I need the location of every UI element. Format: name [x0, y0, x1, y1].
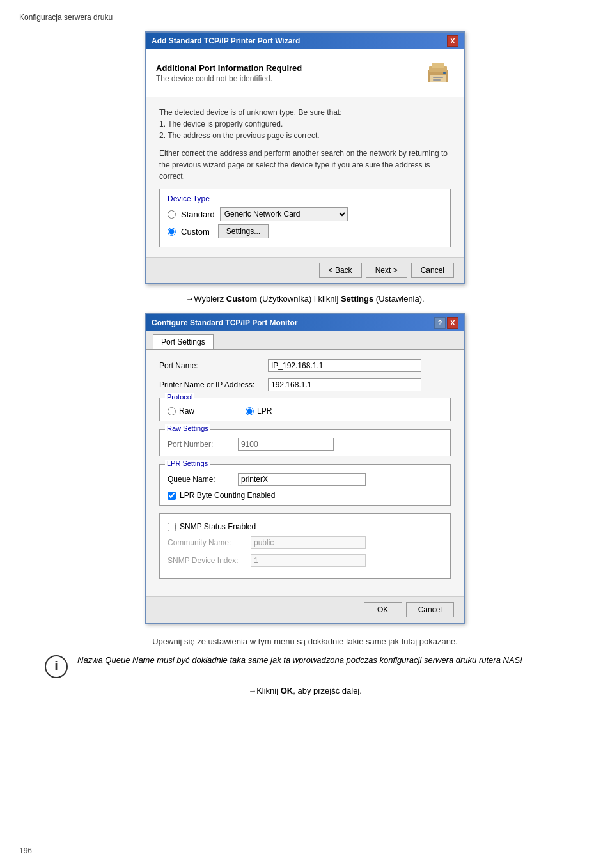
wizard-header-title: Additional Port Information Required: [156, 63, 302, 73]
printer-ip-label: Printer Name or IP Address:: [159, 380, 268, 389]
svg-text:i: i: [54, 659, 58, 673]
raw-settings-section: Raw Settings Port Number:: [159, 429, 451, 456]
device-type-section: Device Type Standard Generic Network Car…: [159, 189, 451, 247]
queue-name-label: Queue Name:: [168, 475, 238, 484]
snmp-status-label: SNMP Status Enabled: [180, 522, 256, 531]
printer-ip-input[interactable]: [268, 378, 421, 391]
wizard-dialog: Add Standard TCP/IP Printer Port Wizard …: [145, 31, 465, 284]
bottom-note: Upewnij się że ustawienia w tym menu są …: [19, 637, 591, 646]
configure-body: Port Name: Printer Name or IP Address: P…: [146, 350, 464, 596]
ok-button[interactable]: OK: [364, 602, 402, 617]
community-name-label: Community Name:: [168, 538, 251, 547]
custom-label: Custom: [181, 227, 210, 236]
configure-titlebar: Configure Standard TCP/IP Port Monitor ?…: [146, 314, 464, 331]
configure-dialog: Configure Standard TCP/IP Port Monitor ?…: [145, 313, 465, 624]
standard-radio-row: Standard Generic Network Card: [168, 207, 442, 221]
back-button[interactable]: < Back: [319, 263, 362, 278]
raw-option: Raw: [168, 407, 194, 415]
configure-close-button[interactable]: X: [447, 317, 458, 329]
community-name-input[interactable]: [251, 536, 366, 549]
lpr-radio[interactable]: [246, 407, 254, 415]
wizard-close-button[interactable]: X: [447, 35, 458, 47]
printer-ip-row: Printer Name or IP Address:: [159, 378, 451, 391]
page-number: 196: [19, 846, 32, 855]
wizard-titlebar: Add Standard TCP/IP Printer Port Wizard …: [146, 33, 464, 49]
svg-rect-5: [433, 79, 441, 81]
lpr-byte-checkbox[interactable]: [168, 492, 176, 500]
port-name-label: Port Name:: [159, 361, 268, 370]
lpr-label: LPR: [257, 407, 272, 415]
svg-rect-1: [430, 75, 446, 82]
community-name-row: Community Name:: [168, 536, 442, 549]
info-icon: i: [45, 655, 68, 678]
port-number-label: Port Number:: [168, 440, 238, 449]
settings-button[interactable]: Settings...: [218, 224, 269, 238]
port-name-row: Port Name:: [159, 359, 451, 372]
info-text: Nazwa Queue Name musi być dokładnie taka…: [77, 654, 522, 667]
info-box: i Nazwa Queue Name musi być dokładnie ta…: [45, 654, 565, 678]
queue-name-row: Queue Name:: [168, 473, 442, 486]
wizard-header-subtitle: The device could not be identified.: [156, 74, 302, 83]
standard-label: Standard: [181, 210, 215, 219]
snmp-index-row: SNMP Device Index:: [168, 554, 442, 567]
snmp-index-label: SNMP Device Index:: [168, 556, 251, 565]
snmp-status-row: SNMP Status Enabled: [168, 522, 442, 531]
raw-settings-label: Raw Settings: [165, 424, 210, 432]
page-label: Konfiguracja serwera druku: [19, 13, 591, 22]
configure-tabs: Port Settings: [146, 331, 464, 350]
custom-radio-row: Custom Settings...: [168, 224, 442, 238]
protocol-label: Protocol: [165, 393, 194, 401]
protocol-section: Protocol Raw LPR: [159, 398, 451, 421]
snmp-status-checkbox[interactable]: [168, 523, 176, 531]
standard-dropdown[interactable]: Generic Network Card: [220, 207, 348, 221]
wizard-footer: < Back Next > Cancel: [146, 257, 464, 283]
lpr-byte-label: LPR Byte Counting Enabled: [180, 491, 275, 500]
port-settings-tab[interactable]: Port Settings: [153, 334, 214, 349]
lpr-settings-section: LPR Settings Queue Name: LPR Byte Counti…: [159, 464, 451, 506]
configure-title: Configure Standard TCP/IP Port Monitor: [152, 318, 297, 327]
wizard-cancel-button[interactable]: Cancel: [411, 263, 454, 278]
port-number-input[interactable]: [238, 438, 334, 451]
wizard-body-text1: The detected device is of unknown type. …: [159, 107, 451, 141]
snmp-index-input[interactable]: [251, 554, 366, 567]
help-button[interactable]: ?: [434, 317, 446, 329]
port-name-input[interactable]: [268, 359, 421, 372]
next-button[interactable]: Next >: [366, 263, 407, 278]
svg-rect-4: [433, 77, 443, 78]
snmp-section: SNMP Status Enabled Community Name: SNMP…: [159, 513, 451, 579]
titlebar-icons: ? X: [434, 317, 458, 329]
instruction-text: →Wybierz Custom (Użytkownika) i kliknij …: [19, 294, 591, 304]
standard-radio[interactable]: [168, 210, 176, 219]
lpr-option: LPR: [246, 407, 272, 415]
wizard-body: The detected device is of unknown type. …: [146, 97, 464, 257]
svg-point-6: [443, 72, 446, 74]
protocol-row: Raw LPR: [168, 403, 442, 415]
final-instruction: →Kliknij OK, aby przejść dalej.: [19, 686, 591, 695]
device-type-label: Device Type: [168, 194, 442, 203]
svg-rect-3: [432, 63, 444, 68]
raw-label: Raw: [179, 407, 194, 415]
configure-footer: OK Cancel: [146, 596, 464, 623]
lpr-settings-label: LPR Settings: [165, 460, 210, 467]
printer-wizard-icon: [422, 57, 454, 89]
wizard-title: Add Standard TCP/IP Printer Port Wizard: [152, 36, 300, 45]
wizard-header: Additional Port Information Required The…: [146, 49, 464, 97]
wizard-body-text2: Either correct the address and perform a…: [159, 148, 451, 182]
custom-radio[interactable]: [168, 228, 176, 236]
raw-radio[interactable]: [168, 407, 176, 415]
queue-name-input[interactable]: [238, 473, 366, 486]
port-number-row: Port Number:: [168, 435, 442, 451]
lpr-byte-row: LPR Byte Counting Enabled: [168, 491, 442, 500]
configure-cancel-button[interactable]: Cancel: [406, 602, 454, 617]
